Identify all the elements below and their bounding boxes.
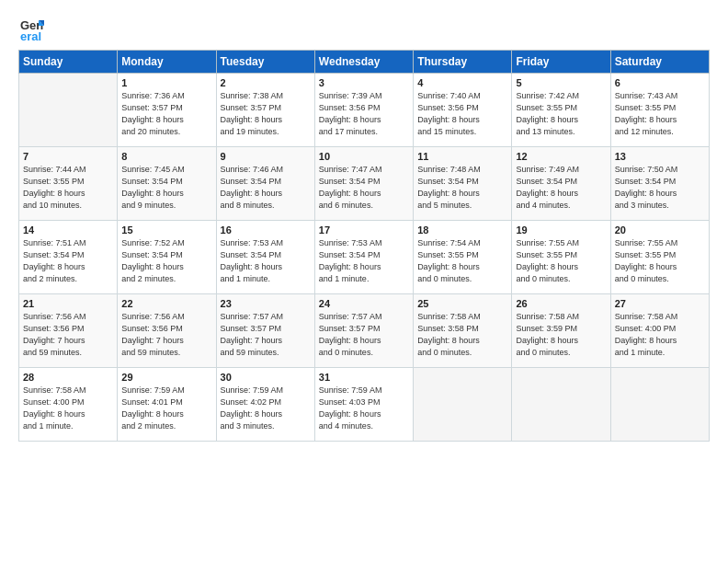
day-number: 7 <box>23 151 113 162</box>
day-number: 5 <box>516 77 606 88</box>
col-header-sunday: Sunday <box>19 51 118 74</box>
calendar-cell: 10Sunrise: 7:47 AM Sunset: 3:54 PM Dayli… <box>314 147 413 221</box>
day-number: 18 <box>417 224 507 236</box>
cell-data: Sunrise: 7:48 AM Sunset: 3:54 PM Dayligh… <box>417 164 507 212</box>
calendar-cell: 15Sunrise: 7:52 AM Sunset: 3:54 PM Dayli… <box>118 221 216 294</box>
day-number: 2 <box>221 77 311 88</box>
day-number: 23 <box>221 298 311 309</box>
calendar-cell <box>512 368 610 442</box>
cell-data: Sunrise: 7:50 AM Sunset: 3:54 PM Dayligh… <box>615 164 705 212</box>
day-number: 22 <box>121 298 211 309</box>
week-row-1: 7Sunrise: 7:44 AM Sunset: 3:55 PM Daylig… <box>19 147 710 221</box>
day-number: 31 <box>319 372 409 383</box>
calendar-cell: 5Sunrise: 7:42 AM Sunset: 3:55 PM Daylig… <box>512 74 610 147</box>
day-number: 16 <box>221 224 311 236</box>
day-number: 9 <box>221 151 311 162</box>
calendar-cell: 31Sunrise: 7:59 AM Sunset: 4:03 PM Dayli… <box>314 368 413 442</box>
calendar-cell <box>610 368 709 442</box>
day-number: 27 <box>615 298 705 309</box>
cell-data: Sunrise: 7:36 AM Sunset: 3:57 PM Dayligh… <box>121 90 211 138</box>
calendar-cell: 11Sunrise: 7:48 AM Sunset: 3:54 PM Dayli… <box>414 147 512 221</box>
calendar-cell: 6Sunrise: 7:43 AM Sunset: 3:55 PM Daylig… <box>610 74 709 147</box>
day-number: 26 <box>516 298 606 309</box>
calendar-cell: 17Sunrise: 7:53 AM Sunset: 3:54 PM Dayli… <box>314 221 413 294</box>
calendar-cell <box>414 368 512 442</box>
day-number: 10 <box>319 151 409 162</box>
col-header-monday: Monday <box>118 51 216 74</box>
cell-data: Sunrise: 7:58 AM Sunset: 4:00 PM Dayligh… <box>615 311 705 359</box>
cell-data: Sunrise: 7:59 AM Sunset: 4:01 PM Dayligh… <box>121 385 211 432</box>
week-row-0: 1Sunrise: 7:36 AM Sunset: 3:57 PM Daylig… <box>19 74 710 147</box>
calendar-cell: 26Sunrise: 7:58 AM Sunset: 3:59 PM Dayli… <box>512 294 610 368</box>
calendar-cell: 3Sunrise: 7:39 AM Sunset: 3:56 PM Daylig… <box>314 74 413 147</box>
logo: Gen eral <box>18 17 48 42</box>
calendar-cell: 13Sunrise: 7:50 AM Sunset: 3:54 PM Dayli… <box>610 147 709 221</box>
day-number: 6 <box>615 77 705 88</box>
cell-data: Sunrise: 7:44 AM Sunset: 3:55 PM Dayligh… <box>23 164 113 212</box>
header: Gen eral <box>18 17 710 42</box>
week-row-4: 28Sunrise: 7:58 AM Sunset: 4:00 PM Dayli… <box>19 368 710 442</box>
cell-data: Sunrise: 7:59 AM Sunset: 4:03 PM Dayligh… <box>319 385 409 432</box>
calendar-cell: 9Sunrise: 7:46 AM Sunset: 3:54 PM Daylig… <box>216 147 314 221</box>
cell-data: Sunrise: 7:46 AM Sunset: 3:54 PM Dayligh… <box>221 164 311 212</box>
calendar-cell: 7Sunrise: 7:44 AM Sunset: 3:55 PM Daylig… <box>19 147 118 221</box>
col-header-tuesday: Tuesday <box>216 51 314 74</box>
day-number: 14 <box>23 224 113 236</box>
calendar-cell: 20Sunrise: 7:55 AM Sunset: 3:55 PM Dayli… <box>610 221 709 294</box>
day-number: 29 <box>121 372 211 383</box>
cell-data: Sunrise: 7:49 AM Sunset: 3:54 PM Dayligh… <box>516 164 606 212</box>
day-number: 24 <box>319 298 409 309</box>
day-number: 8 <box>121 151 211 162</box>
day-number: 20 <box>615 224 705 236</box>
cell-data: Sunrise: 7:51 AM Sunset: 3:54 PM Dayligh… <box>23 237 113 285</box>
cell-data: Sunrise: 7:45 AM Sunset: 3:54 PM Dayligh… <box>121 164 211 212</box>
day-number: 11 <box>417 151 507 162</box>
col-header-saturday: Saturday <box>610 51 709 74</box>
calendar-cell: 27Sunrise: 7:58 AM Sunset: 4:00 PM Dayli… <box>610 294 709 368</box>
day-number: 15 <box>121 224 211 236</box>
cell-data: Sunrise: 7:40 AM Sunset: 3:56 PM Dayligh… <box>417 90 507 138</box>
day-number: 30 <box>221 372 311 383</box>
col-header-thursday: Thursday <box>414 51 512 74</box>
day-number: 1 <box>121 77 211 88</box>
calendar-cell: 14Sunrise: 7:51 AM Sunset: 3:54 PM Dayli… <box>19 221 118 294</box>
calendar-cell: 1Sunrise: 7:36 AM Sunset: 3:57 PM Daylig… <box>118 74 216 147</box>
cell-data: Sunrise: 7:59 AM Sunset: 4:02 PM Dayligh… <box>221 385 311 432</box>
day-number: 25 <box>417 298 507 309</box>
calendar-page: Gen eral SundayMondayTuesdayWednesdayThu… <box>0 0 728 563</box>
day-number: 21 <box>23 298 113 309</box>
calendar-cell: 25Sunrise: 7:58 AM Sunset: 3:58 PM Dayli… <box>414 294 512 368</box>
calendar-cell: 8Sunrise: 7:45 AM Sunset: 3:54 PM Daylig… <box>118 147 216 221</box>
cell-data: Sunrise: 7:55 AM Sunset: 3:55 PM Dayligh… <box>615 237 705 285</box>
cell-data: Sunrise: 7:53 AM Sunset: 3:54 PM Dayligh… <box>319 237 409 285</box>
cell-data: Sunrise: 7:47 AM Sunset: 3:54 PM Dayligh… <box>319 164 409 212</box>
calendar-cell: 24Sunrise: 7:57 AM Sunset: 3:57 PM Dayli… <box>314 294 413 368</box>
cell-data: Sunrise: 7:58 AM Sunset: 4:00 PM Dayligh… <box>23 385 113 432</box>
cell-data: Sunrise: 7:56 AM Sunset: 3:56 PM Dayligh… <box>121 311 211 359</box>
calendar-cell: 21Sunrise: 7:56 AM Sunset: 3:56 PM Dayli… <box>19 294 118 368</box>
cell-data: Sunrise: 7:53 AM Sunset: 3:54 PM Dayligh… <box>221 237 311 285</box>
calendar-cell: 18Sunrise: 7:54 AM Sunset: 3:55 PM Dayli… <box>414 221 512 294</box>
header-row: SundayMondayTuesdayWednesdayThursdayFrid… <box>19 51 710 74</box>
calendar-cell: 23Sunrise: 7:57 AM Sunset: 3:57 PM Dayli… <box>216 294 314 368</box>
day-number: 4 <box>417 77 507 88</box>
calendar-cell <box>19 74 118 147</box>
calendar-cell: 19Sunrise: 7:55 AM Sunset: 3:55 PM Dayli… <box>512 221 610 294</box>
day-number: 17 <box>319 224 409 236</box>
cell-data: Sunrise: 7:39 AM Sunset: 3:56 PM Dayligh… <box>319 90 409 138</box>
svg-text:eral: eral <box>20 29 41 42</box>
calendar-cell: 22Sunrise: 7:56 AM Sunset: 3:56 PM Dayli… <box>118 294 216 368</box>
day-number: 13 <box>615 151 705 162</box>
cell-data: Sunrise: 7:38 AM Sunset: 3:57 PM Dayligh… <box>221 90 311 138</box>
cell-data: Sunrise: 7:58 AM Sunset: 3:58 PM Dayligh… <box>417 311 507 359</box>
calendar-cell: 4Sunrise: 7:40 AM Sunset: 3:56 PM Daylig… <box>414 74 512 147</box>
cell-data: Sunrise: 7:57 AM Sunset: 3:57 PM Dayligh… <box>319 311 409 359</box>
day-number: 3 <box>319 77 409 88</box>
cell-data: Sunrise: 7:58 AM Sunset: 3:59 PM Dayligh… <box>516 311 606 359</box>
cell-data: Sunrise: 7:42 AM Sunset: 3:55 PM Dayligh… <box>516 90 606 138</box>
calendar-cell: 29Sunrise: 7:59 AM Sunset: 4:01 PM Dayli… <box>118 368 216 442</box>
col-header-friday: Friday <box>512 51 610 74</box>
col-header-wednesday: Wednesday <box>314 51 413 74</box>
cell-data: Sunrise: 7:57 AM Sunset: 3:57 PM Dayligh… <box>221 311 311 359</box>
cell-data: Sunrise: 7:52 AM Sunset: 3:54 PM Dayligh… <box>121 237 211 285</box>
